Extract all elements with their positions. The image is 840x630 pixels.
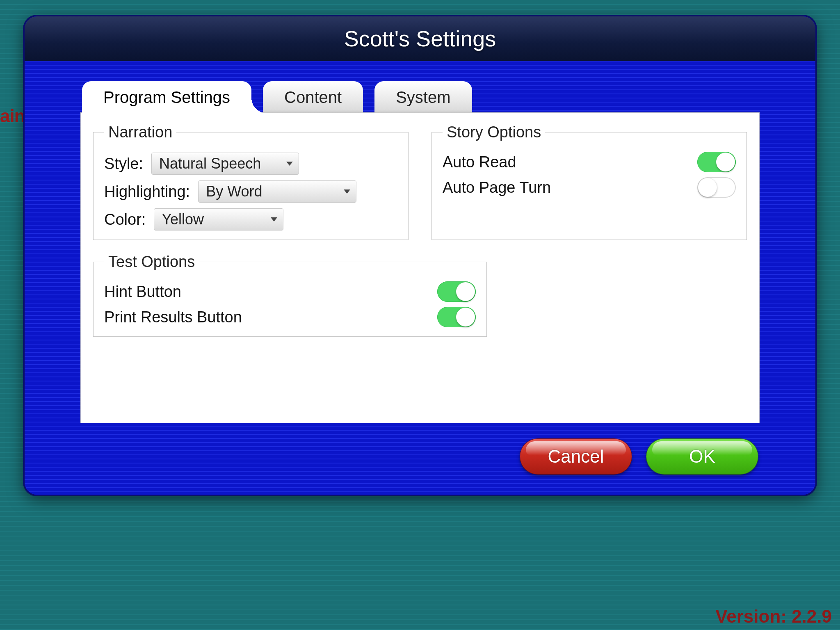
ok-button[interactable]: OK	[646, 439, 758, 474]
settings-dialog: Scott's Settings Program Settings Conten…	[25, 16, 815, 495]
tab-label: Content	[284, 88, 342, 106]
group-legend-narration: Narration	[104, 123, 176, 141]
label-print-results: Print Results Button	[104, 308, 242, 326]
group-legend-story: Story Options	[443, 123, 545, 141]
group-narration: Narration Style: Natural Speech Highligh…	[93, 123, 409, 240]
toggle-print-results[interactable]	[437, 307, 476, 327]
dropdown-style-value: Natural Speech	[159, 155, 261, 172]
toggle-auto-page-turn[interactable]	[697, 177, 736, 198]
dialog-title: Scott's Settings	[344, 26, 496, 51]
tab-panel-program-settings: Narration Style: Natural Speech Highligh…	[80, 112, 760, 423]
group-test-options: Test Options Hint Button Print Results B…	[93, 253, 487, 337]
background-cut-text: ain	[0, 106, 25, 126]
label-highlighting: Highlighting:	[104, 183, 190, 201]
cancel-button-label: Cancel	[548, 446, 604, 467]
label-style: Style:	[104, 155, 143, 173]
label-auto-page-turn: Auto Page Turn	[443, 179, 551, 196]
toggle-auto-read[interactable]	[697, 152, 736, 172]
dropdown-highlighting-value: By Word	[206, 183, 262, 200]
tab-label: Program Settings	[103, 88, 230, 106]
version-label: Version: 2.2.9	[715, 606, 832, 627]
label-color: Color:	[104, 211, 146, 228]
tab-program-settings[interactable]: Program Settings	[82, 81, 251, 113]
dialog-titlebar: Scott's Settings	[25, 16, 815, 61]
toggle-hint-button[interactable]	[437, 281, 476, 302]
tab-system[interactable]: System	[374, 81, 472, 113]
dropdown-style[interactable]: Natural Speech	[151, 153, 299, 175]
chevron-down-icon	[344, 189, 350, 194]
tab-label: System	[396, 88, 450, 106]
dialog-button-row: Cancel OK	[520, 439, 758, 474]
dropdown-highlighting[interactable]: By Word	[198, 180, 356, 203]
label-hint-button: Hint Button	[104, 283, 181, 301]
dropdown-color[interactable]: Yellow	[154, 208, 283, 231]
group-legend-test: Test Options	[104, 253, 199, 271]
tabs-row: Program Settings Content System	[82, 81, 758, 113]
toggle-knob	[456, 282, 475, 301]
tab-content[interactable]: Content	[263, 81, 363, 113]
cancel-button[interactable]: Cancel	[520, 439, 632, 474]
chevron-down-icon	[271, 217, 277, 221]
dropdown-color-value: Yellow	[162, 211, 204, 228]
toggle-knob	[456, 308, 475, 326]
chevron-down-icon	[286, 162, 293, 166]
ok-button-label: OK	[689, 446, 715, 467]
toggle-knob	[716, 153, 735, 171]
label-auto-read: Auto Read	[443, 153, 516, 171]
group-story-options: Story Options Auto Read Auto Page Turn	[431, 123, 747, 240]
toggle-knob	[698, 178, 717, 197]
